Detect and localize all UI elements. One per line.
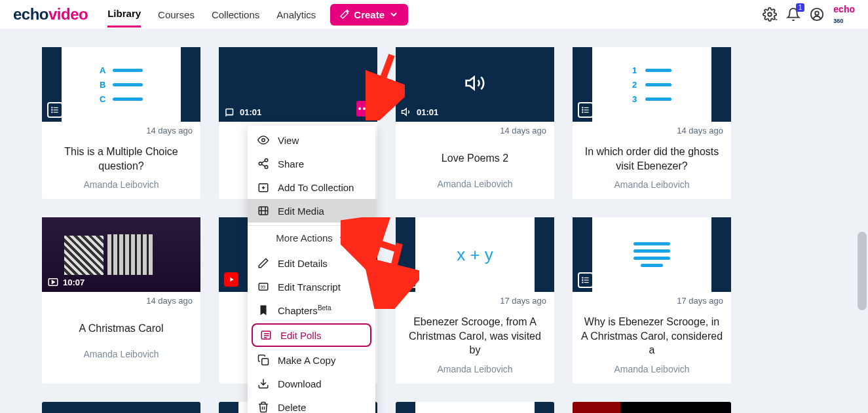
card-author: Amanda Leibovich [404,364,546,374]
video-icon [47,276,59,288]
menu-share[interactable]: Share [248,152,375,175]
card-date: 14 days ago [42,122,200,135]
youtube-icon [224,272,238,287]
svg-point-2 [816,11,820,15]
svg-point-0 [768,12,772,16]
media-card[interactable]: 1 2 3 14 days ago In which order did the… [573,47,731,199]
logo-video: video [48,5,88,23]
polls-icon [259,329,273,342]
transcript-icon: 99 [257,280,270,293]
card-partial[interactable] [396,402,554,413]
create-label: Create [354,9,385,20]
media-card[interactable]: x + y 17 days ago Ebenezer Scrooge, from… [396,217,554,384]
main-nav: Library Courses Collections Analytics [107,1,316,27]
logo[interactable]: echovideo [13,5,88,24]
media-card[interactable]: 17 days ago Why is Ebenezer Scrooge, in … [573,217,731,384]
media-icon [224,106,236,118]
copy-icon [257,353,270,367]
svg-point-31 [262,139,265,142]
menu-make-a-copy[interactable]: Make A Copy [248,348,375,372]
card-date: 17 days ago [396,292,554,306]
svg-line-55 [387,243,400,296]
card-author: Amanda Leibovich [580,179,723,190]
duration-badge: 10:07 [47,276,85,288]
media-card[interactable]: 01:01 14 days ago Love Poems 2 Amanda Le… [396,47,554,199]
svg-point-17 [582,112,583,113]
card-date: 14 days ago [573,122,731,135]
bookmark-icon [257,304,270,317]
svg-line-36 [261,164,265,166]
notifications-icon[interactable]: 1 [786,7,801,22]
card-thumbnail: 10:07 [42,217,200,292]
card-thumbnail: 01:01 [396,47,554,122]
svg-point-32 [265,159,268,162]
list-icon [47,102,63,118]
film-icon [257,204,270,217]
svg-point-33 [259,162,262,166]
card-title: A Christmas Carol [50,315,193,342]
svg-text:99: 99 [261,285,266,289]
card-thumbnail: 01:01 [219,47,377,122]
paragraph-icon [633,242,670,267]
duration-badge: 01:01 [224,106,261,118]
svg-line-35 [261,161,265,163]
nav-collections[interactable]: Collections [212,3,259,27]
notification-badge: 1 [796,3,805,12]
card-thumbnail: 1 2 3 [573,47,731,122]
nav-courses[interactable]: Courses [158,3,195,27]
formula-text: x + y [457,245,493,265]
choice-row: A [100,65,143,75]
card-author: Amanda Leibovich [50,179,193,190]
card-date: 14 days ago [42,292,200,306]
svg-marker-10 [466,77,474,90]
svg-line-53 [372,55,392,107]
chevron-down-icon [388,9,399,20]
annotation-arrow [366,48,405,120]
share-icon [257,157,270,170]
menu-delete[interactable]: Delete [248,395,375,413]
menu-view[interactable]: View [248,128,375,152]
svg-point-7 [52,109,52,110]
download-icon [257,377,270,390]
svg-rect-9 [226,109,233,115]
svg-point-8 [52,112,52,113]
svg-point-16 [582,109,583,110]
card-author: Amanda Leibovich [404,179,546,189]
card-thumbnail: A B C [42,47,200,122]
app-header: echovideo Library Courses Collections An… [0,0,868,29]
nav-analytics[interactable]: Analytics [276,3,316,27]
annotation-arrow [341,217,419,309]
card-author: Amanda Leibovich [580,364,723,374]
speaker-icon [464,73,485,96]
list-icon [578,272,594,288]
scrollbar[interactable] [858,232,867,310]
pencil-icon [257,257,270,270]
media-card[interactable]: 10:07 14 days ago A Christmas Carol Aman… [42,217,200,384]
svg-point-30 [582,282,583,283]
nav-library[interactable]: Library [107,1,141,27]
collection-add-icon [257,181,270,194]
card-date: 14 days ago [396,122,554,135]
account-icon[interactable] [810,7,824,22]
brand-small[interactable]: echo360 [833,4,855,25]
svg-point-28 [582,278,583,278]
card-thumbnail [573,217,731,292]
menu-add-to-collection[interactable]: Add To Collection [248,175,375,199]
media-card[interactable]: A B C 14 days ago This is a Multiple Cho… [42,47,200,199]
list-icon [578,102,594,118]
card-partial[interactable] [42,402,200,413]
card-date: 17 days ago [573,292,731,306]
eye-icon [257,134,270,147]
svg-point-34 [265,166,268,169]
settings-icon[interactable] [763,7,777,22]
menu-edit-polls[interactable]: Edit Polls [252,323,371,347]
card-title: In which order did the ghosts visit Eben… [580,145,723,173]
magic-wand-icon [339,9,350,20]
card-partial[interactable] [573,402,731,413]
trash-icon [257,401,270,413]
create-button[interactable]: Create [330,4,408,26]
logo-echo: echo [13,5,48,23]
card-title: This is a Multiple Choice question? [50,145,193,173]
menu-download[interactable]: Download [248,372,375,395]
card-title: Ebenezer Scrooge, from A Christmas Carol… [404,315,546,357]
